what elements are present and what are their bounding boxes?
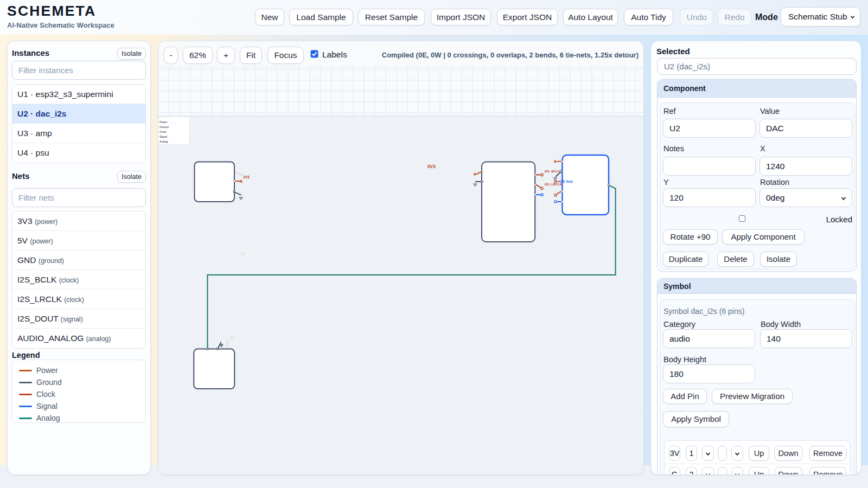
svg-text:5V: 5V [241,252,246,256]
svg-text:3V3: 3V3 [243,175,250,179]
svg-text:Power: Power [159,120,168,124]
svg-text:Clock: Clock [159,130,167,133]
svg-text:I2S_BCLK: I2S_BCLK [545,170,561,173]
svg-text:I2S_LRCLK: I2S_LRCLK [545,183,563,186]
svg-text:chain: chain [169,120,177,124]
svg-text:5V: 5V [230,336,235,339]
svg-text:Ground: Ground [159,125,169,129]
svg-text:3V3: 3V3 [427,164,436,169]
svg-text:Signal: Signal [159,135,167,138]
svg-text:Analog: Analog [159,140,168,143]
